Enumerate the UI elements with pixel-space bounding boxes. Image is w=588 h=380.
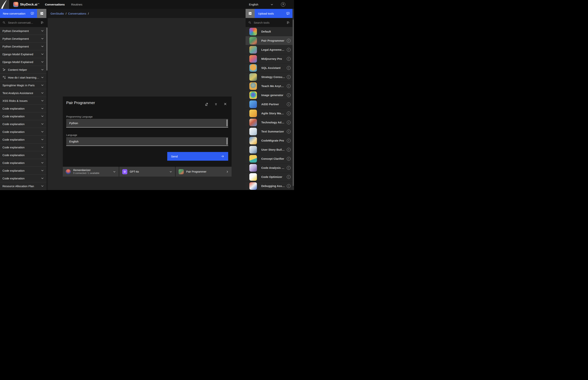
chevron-down-icon[interactable] <box>41 60 44 63</box>
info-icon[interactable]: i <box>287 157 291 161</box>
tool-list-item[interactable]: CodeMigrate Pro i <box>246 136 293 145</box>
chevron-down-icon[interactable] <box>41 76 44 79</box>
chevron-down-icon[interactable] <box>41 115 44 118</box>
language-chevron-down-icon[interactable] <box>270 3 273 6</box>
conversation-list-item[interactable]: Code explanation <box>0 105 46 113</box>
conversation-list-item[interactable]: Python Development <box>0 43 46 50</box>
conversation-list-item[interactable]: Code explanation <box>0 128 46 136</box>
conversation-list-item[interactable]: Springtime Magic in Paris <box>0 81 46 89</box>
conversation-list-item[interactable]: Code explanation <box>0 174 46 182</box>
close-icon[interactable] <box>223 102 227 106</box>
tool-list-item[interactable]: User Story Builder i <box>246 145 293 154</box>
info-icon[interactable]: i <box>287 148 291 152</box>
filter-list-icon[interactable] <box>287 21 290 24</box>
programming-language-field[interactable]: Python <box>66 119 228 128</box>
conversation-list-item[interactable]: Text Analysis Assistance <box>0 89 46 97</box>
info-icon[interactable]: i <box>287 121 291 124</box>
tab-routines[interactable]: Routines <box>71 2 83 7</box>
model-selector[interactable]: GPT-4o <box>119 167 175 177</box>
conversation-list-item[interactable]: Code explanation <box>0 120 46 128</box>
info-icon[interactable]: i <box>287 57 291 61</box>
brand[interactable]: SkyDeck.ai ™ <box>13 2 39 7</box>
conversation-list-item[interactable]: How do I start learning T... <box>0 74 46 81</box>
conversation-list-item[interactable]: Code explanation <box>0 151 46 159</box>
conversation-list-item[interactable]: Code explanation <box>0 113 46 120</box>
tool-list-item[interactable]: SQL Assistant i <box>246 63 293 73</box>
chevron-down-icon[interactable] <box>41 177 44 180</box>
conversation-search-input[interactable] <box>8 21 41 24</box>
tool-list-item[interactable]: Debugging Assist... i <box>246 181 293 190</box>
conversation-list-item[interactable]: Resource Allocation Plan <box>0 182 46 190</box>
assistant-selector[interactable]: Pair Programmer <box>176 167 232 177</box>
chevron-down-icon[interactable] <box>41 153 44 156</box>
info-icon[interactable]: i <box>287 175 291 179</box>
field-scrollbar-thumb[interactable] <box>226 138 228 145</box>
tool-list-item[interactable]: Pair Programmer i <box>246 36 293 45</box>
chevron-down-icon[interactable] <box>41 161 44 164</box>
tool-list-item[interactable]: AiDD Partner i <box>246 100 293 109</box>
language-selector-value[interactable]: English <box>249 3 258 6</box>
edit-pencil-icon[interactable] <box>205 102 208 106</box>
chevron-down-icon[interactable] <box>41 68 44 71</box>
conversation-list-item[interactable]: Code explanation <box>0 143 46 151</box>
info-icon[interactable]: i <box>287 84 291 88</box>
info-icon[interactable]: i <box>287 184 291 188</box>
send-button[interactable]: Send <box>167 152 228 161</box>
chevron-down-icon[interactable] <box>41 185 44 188</box>
conversation-list-item[interactable]: Python Development <box>0 35 46 43</box>
new-conversation-button[interactable]: New conversation <box>0 9 37 18</box>
conversation-list-item[interactable]: XSS Risks & Issues <box>0 97 46 105</box>
breadcrumb-genstudio-link[interactable]: GenStudio <box>51 12 64 15</box>
chevron-down-icon[interactable] <box>41 138 44 141</box>
conversation-list-item[interactable]: Content Helper <box>0 66 46 74</box>
info-icon[interactable]: i <box>287 93 291 97</box>
chevron-down-icon[interactable] <box>41 37 44 40</box>
conversation-list-item[interactable]: Code explanation <box>0 136 46 143</box>
tool-list-item[interactable]: Image generator i <box>246 91 293 100</box>
tool-list-item[interactable]: Code Analysis Tool i <box>246 163 293 172</box>
info-icon[interactable]: i <box>287 75 291 79</box>
upload-tools-button[interactable]: Upload tools <box>255 9 293 18</box>
field-scrollbar-thumb[interactable] <box>226 119 228 126</box>
tool-list-item[interactable]: Midjourney Pro i <box>246 54 293 63</box>
tool-list-item[interactable]: Default i <box>246 27 293 36</box>
tool-list-item[interactable]: Teach Me Anything i <box>246 82 293 91</box>
right-scrollbar-thumb[interactable] <box>293 19 294 186</box>
info-icon[interactable]: i <box>287 48 291 52</box>
chevron-down-icon[interactable] <box>41 45 44 48</box>
tool-list-item[interactable]: Legal Agreement ... i <box>246 45 293 54</box>
tool-list-item[interactable]: Text Summarizer i <box>246 127 293 136</box>
conversation-list-item[interactable]: Code explanation <box>0 159 46 167</box>
breadcrumb-conversations-link[interactable]: Conversations <box>68 12 86 15</box>
chevron-down-icon[interactable] <box>41 53 44 56</box>
collapse-left-sidebar-button[interactable] <box>37 9 46 18</box>
tool-list-item[interactable]: Concept Clarifier i <box>246 154 293 163</box>
chevron-down-icon[interactable] <box>41 122 44 125</box>
tools-search-input[interactable] <box>253 21 287 24</box>
chevron-down-icon[interactable] <box>41 91 44 95</box>
tool-list-item[interactable]: Code Optimizer i <box>246 172 293 181</box>
conversation-list-item[interactable]: Code explanation <box>0 167 46 174</box>
conversation-list-item[interactable]: Python Development <box>0 27 46 35</box>
info-icon[interactable]: i <box>287 166 291 170</box>
tab-conversations[interactable]: Conversations <box>45 2 65 7</box>
language-field[interactable]: English <box>66 137 228 146</box>
chevron-down-icon[interactable] <box>41 130 44 133</box>
plugin-selector[interactable]: Rememberizer 0 connected / 1 available <box>63 167 119 177</box>
chevron-down-icon[interactable] <box>41 169 44 172</box>
help-icon[interactable]: ? <box>281 2 285 7</box>
filter-list-icon[interactable] <box>41 21 44 24</box>
conversation-list-item[interactable]: Django Model Explained <box>0 50 46 58</box>
conversation-list-item[interactable]: Django Model Explained <box>0 58 46 66</box>
chevron-down-icon[interactable] <box>41 146 44 149</box>
chevron-down-icon[interactable] <box>41 107 44 110</box>
chevron-down-icon[interactable] <box>41 29 44 32</box>
chevron-down-icon[interactable] <box>41 99 44 102</box>
tool-list-item[interactable]: Technology Advisor i <box>246 118 293 127</box>
info-icon[interactable]: i <box>287 112 291 115</box>
info-icon[interactable]: i <box>287 130 291 133</box>
left-scrollbar-thumb[interactable] <box>46 27 48 71</box>
info-icon[interactable]: i <box>287 139 291 143</box>
corner-logo[interactable] <box>0 0 9 9</box>
collapse-right-sidebar-button[interactable] <box>246 9 255 18</box>
